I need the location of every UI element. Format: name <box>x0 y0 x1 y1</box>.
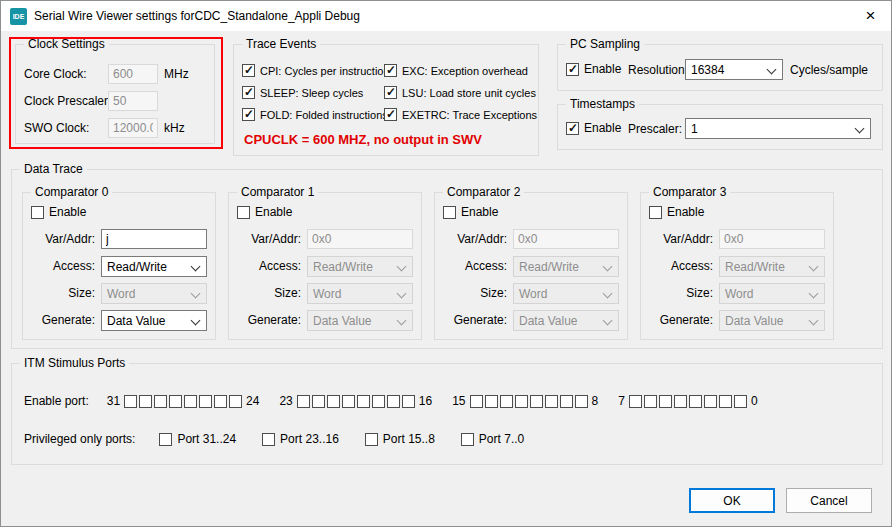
itm-port-checkbox[interactable] <box>297 395 310 408</box>
checkbox-icon[interactable] <box>384 64 397 77</box>
group-title: Comparator 2 <box>443 185 524 199</box>
comparator3-enable-checkbox[interactable]: Enable <box>649 205 704 219</box>
comparator2-access-select[interactable]: Read/Write <box>513 256 619 277</box>
port-group-15-8: 15 8 <box>450 394 600 408</box>
itm-port-checkbox[interactable] <box>184 395 197 408</box>
itm-port-checkbox[interactable] <box>229 395 242 408</box>
itm-port-checkbox[interactable] <box>357 395 370 408</box>
selected-value: Data Value <box>519 314 577 328</box>
itm-port-checkbox[interactable] <box>530 395 543 408</box>
checkbox-icon[interactable] <box>262 433 275 446</box>
itm-port-checkbox[interactable] <box>214 395 227 408</box>
itm-port-checkbox[interactable] <box>402 395 415 408</box>
comparator0-enable-checkbox[interactable]: Enable <box>31 205 86 219</box>
checkbox-icon[interactable] <box>566 122 579 135</box>
checkbox-icon[interactable] <box>237 206 250 219</box>
checkbox-icon[interactable] <box>31 206 44 219</box>
itm-port-checkbox[interactable] <box>500 395 513 408</box>
comparator2-enable-checkbox[interactable]: Enable <box>443 205 498 219</box>
itm-port-checkbox[interactable] <box>719 395 732 408</box>
privileged-ports-row: Privileged only ports: Port 31..24 Port … <box>24 432 524 446</box>
itm-port-checkbox[interactable] <box>515 395 528 408</box>
itm-port-checkbox[interactable] <box>312 395 325 408</box>
itm-port-checkbox[interactable] <box>199 395 212 408</box>
itm-port-checkbox[interactable] <box>327 395 340 408</box>
ok-button[interactable]: OK <box>689 488 775 513</box>
cancel-button[interactable]: Cancel <box>786 488 872 513</box>
itm-port-checkbox[interactable] <box>560 395 573 408</box>
comparator1-enable-checkbox[interactable]: Enable <box>237 205 292 219</box>
comparator0-var-addr-input[interactable] <box>101 229 207 249</box>
resolution-select[interactable]: 16384 <box>685 59 783 80</box>
itm-port-checkbox[interactable] <box>659 395 672 408</box>
trace-event-lsu-checkbox[interactable]: LSU: Load store unit cycles <box>384 86 536 99</box>
itm-port-checkbox[interactable] <box>734 395 747 408</box>
comparator1-group: Comparator 1 Enable Var/Addr: Access: Re… <box>228 192 422 340</box>
comparator0-group: Comparator 0 Enable Var/Addr: Access: Re… <box>22 192 216 340</box>
timestamps-enable-checkbox[interactable]: Enable <box>566 121 621 135</box>
checkbox-icon[interactable] <box>384 108 397 121</box>
trace-event-fold-checkbox[interactable]: FOLD: Folded instructions <box>242 108 388 121</box>
trace-event-cpi-checkbox[interactable]: CPI: Cycles per instruction <box>242 64 390 77</box>
checkbox-icon[interactable] <box>242 108 255 121</box>
itm-port-checkbox[interactable] <box>575 395 588 408</box>
itm-port-checkbox[interactable] <box>545 395 558 408</box>
comparator1-var-addr-input[interactable] <box>307 229 413 249</box>
selected-value: Data Value <box>313 314 371 328</box>
core-clock-input[interactable] <box>108 64 158 84</box>
checkbox-icon[interactable] <box>159 433 172 446</box>
comparator3-var-addr-input[interactable] <box>719 229 825 249</box>
privileged-port-15-8-checkbox[interactable]: Port 15..8 <box>365 432 435 446</box>
privileged-port-7-0-checkbox[interactable]: Port 7..0 <box>461 432 524 446</box>
checkbox-icon[interactable] <box>649 206 662 219</box>
checkbox-icon[interactable] <box>443 206 456 219</box>
comparator0-access-select[interactable]: Read/Write <box>101 256 207 277</box>
itm-port-checkbox[interactable] <box>644 395 657 408</box>
checkbox-icon[interactable] <box>242 86 255 99</box>
comparator1-access-select[interactable]: Read/Write <box>307 256 413 277</box>
checkbox-label: Enable <box>584 62 621 76</box>
trace-event-exc-checkbox[interactable]: EXC: Exception overhead <box>384 64 528 77</box>
comparator2-var-addr-input[interactable] <box>513 229 619 249</box>
comparator3-size-select[interactable]: Word <box>719 283 825 304</box>
itm-port-checkbox[interactable] <box>387 395 400 408</box>
clock-prescaler-input[interactable] <box>108 91 158 111</box>
port-high-label: 7 <box>618 394 625 408</box>
itm-port-checkbox[interactable] <box>470 395 483 408</box>
itm-port-checkbox[interactable] <box>154 395 167 408</box>
group-title: Data Trace <box>20 162 87 176</box>
close-icon[interactable]: × <box>848 1 892 31</box>
itm-port-checkbox[interactable] <box>372 395 385 408</box>
trace-event-sleep-checkbox[interactable]: SLEEP: Sleep cycles <box>242 86 363 99</box>
checkbox-icon[interactable] <box>461 433 474 446</box>
itm-port-checkbox[interactable] <box>485 395 498 408</box>
comparator1-size-select[interactable]: Word <box>307 283 413 304</box>
itm-port-checkbox[interactable] <box>689 395 702 408</box>
comparator3-generate-select[interactable]: Data Value <box>719 310 825 331</box>
comparator0-generate-select[interactable]: Data Value <box>101 310 207 331</box>
itm-port-checkbox[interactable] <box>704 395 717 408</box>
checkbox-icon[interactable] <box>384 86 397 99</box>
itm-port-checkbox[interactable] <box>342 395 355 408</box>
comparator2-size-select[interactable]: Word <box>513 283 619 304</box>
comparator3-access-select[interactable]: Read/Write <box>719 256 825 277</box>
comparator1-generate-select[interactable]: Data Value <box>307 310 413 331</box>
itm-port-checkbox[interactable] <box>169 395 182 408</box>
comparator2-generate-select[interactable]: Data Value <box>513 310 619 331</box>
trace-event-exetrc-checkbox[interactable]: EXETRC: Trace Exceptions <box>384 108 537 121</box>
pc-sampling-enable-checkbox[interactable]: Enable <box>566 62 621 76</box>
checkbox-icon[interactable] <box>365 433 378 446</box>
cpuclk-warning-text: CPUCLK = 600 MHZ, no output in SWV <box>244 132 482 147</box>
privileged-port-23-16-checkbox[interactable]: Port 23..16 <box>262 432 339 446</box>
itm-port-checkbox[interactable] <box>629 395 642 408</box>
checkbox-icon[interactable] <box>242 64 255 77</box>
privileged-port-31-24-checkbox[interactable]: Port 31..24 <box>159 432 236 446</box>
comparator0-size-select[interactable]: Word <box>101 283 207 304</box>
checkbox-icon[interactable] <box>566 63 579 76</box>
swo-clock-input[interactable] <box>108 118 158 138</box>
itm-port-checkbox[interactable] <box>674 395 687 408</box>
timestamps-prescaler-select[interactable]: 1 <box>685 118 871 139</box>
itm-port-checkbox[interactable] <box>139 395 152 408</box>
checkbox-label: EXC: Exception overhead <box>402 65 528 77</box>
itm-port-checkbox[interactable] <box>124 395 137 408</box>
